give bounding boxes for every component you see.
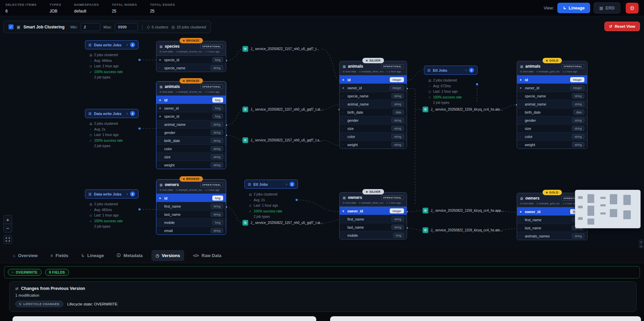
field-row-size[interactable]: ◦sizestring xyxy=(156,153,226,161)
clock-icon: ◷ xyxy=(205,50,207,53)
chevron-right-icon: › xyxy=(127,43,128,47)
min-input[interactable] xyxy=(81,23,100,31)
tab-lineage[interactable]: ↳Lineage xyxy=(77,250,108,261)
field-name: last_name xyxy=(347,225,389,229)
field-row-animals_names[interactable]: ◦animals_namesstring xyxy=(517,232,587,240)
tab-metadata[interactable]: ⓘMetadata xyxy=(113,250,147,261)
tab-raw-data[interactable]: </>Raw Data xyxy=(189,250,226,261)
field-row-birth_date[interactable]: ◦birth_datedate xyxy=(340,108,407,116)
field-row-specie_name[interactable]: ◦specie_namestring xyxy=(340,92,407,100)
job-node-j1[interactable]: ⚙J_ service_20250822_1157_nh0_u5_gqf7_t.… xyxy=(242,46,319,52)
field-row-last_name[interactable]: ◦last_namestring xyxy=(340,223,407,231)
table-node-species[interactable]: ◉BRONZE▦speciesOPERATIONAL⊞num-data⊙exam… xyxy=(156,41,226,72)
field-row-mobile[interactable]: ◦mobilelong xyxy=(156,218,226,226)
scroll-up-icon[interactable]: ▲ xyxy=(639,239,643,244)
field-row-first_name[interactable]: ◦first_namestring xyxy=(156,202,226,210)
field-row-specie_name[interactable]: ◦specie_namestring xyxy=(517,92,587,100)
version-summary: ○ OVERWRITE 9 FIELDS xyxy=(4,266,640,278)
updated-text: ◷1 hour ago xyxy=(562,70,577,73)
field-row-id[interactable]: ◆idinteger xyxy=(517,75,587,84)
field-row-birth_date[interactable]: ◦birth_datedate xyxy=(517,108,587,116)
reset-view-button[interactable]: ↺ Reset View xyxy=(604,22,640,31)
field-row-color[interactable]: ◦colorstring xyxy=(340,132,407,140)
job-node-j4[interactable]: ⚙J_ service_20250822_1157_nh0_u5_gqf7_t.… xyxy=(242,220,323,226)
job-node-r3[interactable]: ⚙J_ service_20250822_1159_klcyq_cc4_hs.a… xyxy=(423,227,503,233)
field-row-size[interactable]: ◦sizestring xyxy=(517,124,587,132)
field-name: owner_id xyxy=(525,210,568,214)
field-row-owner_id[interactable]: ◆owner_idinteger xyxy=(340,207,407,215)
tab-overview[interactable]: ⌂Overview xyxy=(9,250,42,261)
cluster-header[interactable]: ▥Data write Jobs›2 xyxy=(85,40,138,49)
field-row-color[interactable]: ◦colorstring xyxy=(156,144,226,153)
cluster-stat-text: Last: 1 hour ago xyxy=(433,89,457,95)
table-subtitle: ⊞num-data⊙example_gold_mu◷1 hour ago xyxy=(520,202,584,205)
field-name: size xyxy=(347,127,389,131)
tab-fields[interactable]: ≡Fields xyxy=(46,250,72,261)
field-row-color[interactable]: ◦colorstring xyxy=(517,132,587,140)
field-name: specie_id xyxy=(164,58,210,62)
field-row-specie_id[interactable]: ◆specie_idlong xyxy=(156,55,226,64)
fit-view-button[interactable] xyxy=(3,235,12,244)
table-node-owners_silver[interactable]: ◉SILVER▦ownersOPERATIONAL⊞num-data⊙examp… xyxy=(339,192,407,239)
field-row-first_name[interactable]: ◦first_namestring xyxy=(340,215,407,223)
field-row-gender[interactable]: ◦genderstring xyxy=(156,128,226,136)
job-executions-section[interactable]: ▸ Job Executions xyxy=(13,316,316,321)
history-icon: ◷ xyxy=(155,253,159,258)
zoom-out-button[interactable]: − xyxy=(3,224,12,233)
cluster-header[interactable]: ▥Data write Jobs›2 xyxy=(85,189,138,199)
field-row-specie_name[interactable]: ◦specie_namestring xyxy=(156,64,226,72)
field-row-birth_date[interactable]: ◦birth_datestring xyxy=(156,136,226,144)
minimap[interactable] xyxy=(575,190,641,228)
cluster-stat-text: 2 jobs clustered xyxy=(254,192,277,198)
clustering-checkbox[interactable]: ✓ xyxy=(8,24,14,29)
field-row-owner_id[interactable]: ◆owner_idlong xyxy=(156,104,226,112)
erd-view-button[interactable]: ▦ ERD xyxy=(594,2,620,14)
field-row-mobile[interactable]: ◦mobilelong xyxy=(340,231,407,239)
max-input[interactable] xyxy=(115,23,138,31)
field-row-last_name[interactable]: ◦last_namestring xyxy=(156,210,226,218)
field-row-gender[interactable]: ◦genderstring xyxy=(340,116,407,124)
field-row-gender[interactable]: ◦genderstring xyxy=(517,116,587,124)
tab-versions[interactable]: ◷Versions xyxy=(151,250,184,261)
cluster-stat-text: 100% success rate xyxy=(94,219,123,224)
field-row-weight[interactable]: ◦weightstring xyxy=(517,140,587,148)
job-node-j2[interactable]: ⚙J_ service_20250822_1157_nh0_u5_gqf7_t.… xyxy=(242,107,323,112)
zoom-in-button[interactable]: + xyxy=(3,215,12,224)
field-row-weight[interactable]: ◦weightstring xyxy=(340,140,407,148)
table-node-animals_silver[interactable]: ◉SILVER▦animalsOPERATIONAL⊞num-data⊙exam… xyxy=(339,61,407,149)
schema-section[interactable]: ▸ Schema (9 fields) xyxy=(330,316,641,321)
table-icon: ▦ xyxy=(520,197,523,200)
lineage-view-button[interactable]: ↳ Lineage xyxy=(557,3,590,13)
table-title-row: ▦animalsOPERATIONAL xyxy=(520,64,584,69)
field-row-email[interactable]: ◦emailstring xyxy=(156,226,226,234)
job-gear-icon: ⚙ xyxy=(242,220,248,226)
field-row-size[interactable]: ◦sizestring xyxy=(340,124,407,132)
cluster-header[interactable]: ▥Etl Jobs›2 xyxy=(424,66,477,75)
schema-icon: ⊙ xyxy=(176,50,178,53)
field-row-animal_name[interactable]: ◦animal_namestring xyxy=(517,100,587,108)
field-row-id[interactable]: ◆idlong xyxy=(156,194,226,202)
cluster-header[interactable]: ▥Etl Jobs›2 xyxy=(244,180,298,189)
scroll-down-icon[interactable]: ▼ xyxy=(639,245,643,248)
field-row-animal_name[interactable]: ◦animal_namestring xyxy=(156,120,226,128)
field-row-id[interactable]: ◆idlong xyxy=(156,96,226,104)
compress-button[interactable] xyxy=(626,3,639,14)
job-node-r2[interactable]: ⚙J_ service_20250822_1159_klcyq_cc4_hs.a… xyxy=(423,208,504,213)
field-row-id[interactable]: ◆idinteger xyxy=(340,75,407,84)
field-row-specie_id[interactable]: ◆specie_idlong xyxy=(156,112,226,120)
job-node-j3[interactable]: ⚙J_ service_20250822_1157_nh0_u5_gqf7_t.… xyxy=(242,137,322,143)
cluster-header[interactable]: ▥Data write Jobs›2 xyxy=(85,109,138,118)
tier-label: SILVER xyxy=(369,190,381,193)
job-gear-icon: ⚙ xyxy=(242,137,248,143)
table-node-animals_gold[interactable]: ◉GOLD▦animalsOPERATIONAL⊞num-data⊙exampl… xyxy=(517,61,587,149)
field-row-owner_id[interactable]: ◆owner_idinteger xyxy=(340,84,407,92)
table-node-owners_bronze[interactable]: ◉BRONZE▦ownersOPERATIONAL⊞num-data⊙examp… xyxy=(156,179,226,235)
field-row-animal_name[interactable]: ◦animal_namestring xyxy=(340,100,407,108)
field-row-owner_id[interactable]: ◆owner_idinteger xyxy=(517,84,587,92)
list-icon: ≡ xyxy=(50,253,53,258)
table-node-animals_bronze[interactable]: ◉BRONZE▦animalsOPERATIONAL⊞num-data⊙exam… xyxy=(156,81,226,169)
lineage-canvas[interactable]: ◉BRONZE▦speciesOPERATIONAL⊞num-data⊙exam… xyxy=(0,16,644,248)
field-row-weight[interactable]: ◦weightstring xyxy=(156,161,226,169)
job-node-r1[interactable]: ⚙J_ service_20250822_1159_klcyq_cc4_hs.a… xyxy=(423,107,503,112)
cluster-stat-text: 2 job types xyxy=(94,143,110,149)
